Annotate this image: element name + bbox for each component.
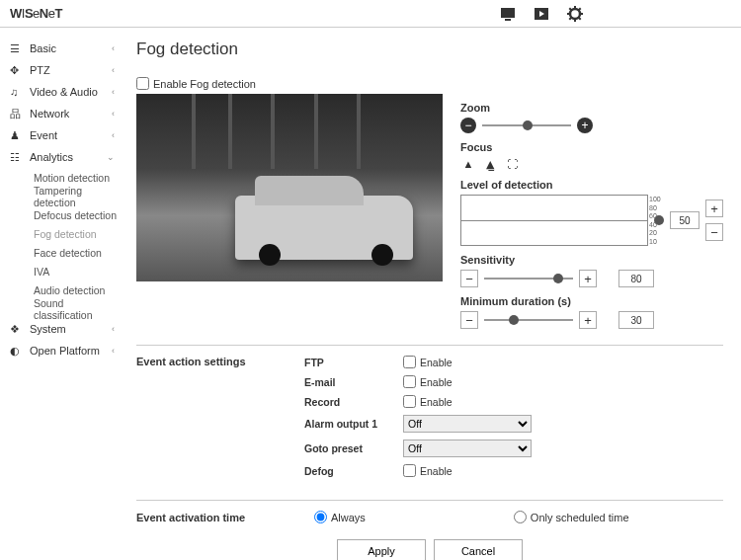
svg-line-10 — [569, 8, 571, 10]
zoom-plus-button[interactable]: + — [577, 118, 593, 133]
defog-enable-checkbox[interactable] — [403, 464, 416, 477]
svg-line-12 — [569, 17, 571, 19]
gear-icon[interactable] — [567, 7, 583, 21]
email-enable-checkbox[interactable] — [403, 375, 416, 388]
chevron-left-icon: ‹ — [112, 87, 115, 97]
sidebar-sub-fog[interactable]: Fog detection — [10, 224, 123, 243]
sidebar: ☰Basic‹ ✥PTZ‹ ♫Video & Audio‹ 品Network‹ … — [0, 28, 123, 560]
sidebar-item-basic[interactable]: ☰Basic‹ — [10, 38, 123, 59]
sidebar-item-ptz[interactable]: ✥PTZ‹ — [10, 59, 123, 81]
chevron-down-icon: ⌄ — [107, 152, 115, 162]
activation-scheduled-label: Only scheduled time — [531, 512, 629, 523]
cancel-button[interactable]: Cancel — [434, 539, 523, 560]
page-title: Fog detection — [136, 40, 723, 59]
sensitivity-minus-button[interactable]: − — [460, 270, 478, 287]
focus-far-icon[interactable]: ▲̲ — [482, 157, 498, 171]
chevron-left-icon: ‹ — [112, 65, 115, 75]
minduration-slider[interactable] — [484, 319, 573, 321]
minduration-value: 30 — [618, 311, 654, 329]
open-platform-icon: ◐ — [10, 345, 24, 358]
sidebar-item-system[interactable]: ❖System‹ — [10, 318, 123, 340]
svg-rect-0 — [501, 8, 515, 18]
chevron-left-icon: ‹ — [112, 43, 115, 53]
video-preview — [136, 94, 443, 281]
minduration-label: Minimum duration (s) — [460, 295, 723, 307]
ftp-label: FTP — [304, 357, 403, 368]
event-icon: ♟ — [10, 129, 24, 142]
level-plus-button[interactable]: + — [705, 200, 723, 217]
sidebar-item-open-platform[interactable]: ◐Open Platform‹ — [10, 340, 123, 361]
enable-fog-label: Enable Fog detection — [153, 78, 256, 90]
level-graph: 1008060402010 — [460, 195, 648, 246]
sensitivity-label: Sensitivity — [460, 254, 723, 266]
monitor-icon[interactable] — [500, 7, 516, 21]
minduration-minus-button[interactable]: − — [460, 311, 478, 329]
svg-line-13 — [579, 8, 581, 10]
system-icon: ❖ — [10, 323, 24, 336]
sidebar-item-video-audio[interactable]: ♫Video & Audio‹ — [10, 81, 123, 103]
activation-always-label: Always — [331, 512, 366, 523]
play-icon[interactable] — [534, 7, 549, 21]
alarm-output-label: Alarm output 1 — [304, 418, 403, 430]
network-icon: 品 — [10, 107, 24, 121]
enable-fog-checkbox[interactable] — [136, 77, 149, 90]
activation-scheduled-radio[interactable] — [514, 511, 527, 523]
ftp-enable-checkbox[interactable] — [403, 356, 416, 368]
zoom-minus-button[interactable]: − — [460, 118, 476, 133]
chevron-left-icon: ‹ — [112, 130, 115, 140]
analytics-icon: ☷ — [10, 151, 24, 164]
focus-label: Focus — [460, 141, 723, 153]
apply-button[interactable]: Apply — [337, 539, 426, 560]
sidebar-item-network[interactable]: 品Network‹ — [10, 103, 123, 124]
sidebar-item-event[interactable]: ♟Event‹ — [10, 124, 123, 146]
level-value: 50 — [670, 211, 700, 229]
sensitivity-slider[interactable] — [484, 278, 573, 280]
email-label: E-mail — [304, 376, 403, 388]
defog-label: Defog — [304, 465, 403, 477]
svg-point-5 — [573, 12, 577, 16]
level-minus-button[interactable]: − — [705, 223, 723, 241]
event-action-section-title: Event action settings — [136, 356, 304, 484]
record-enable-checkbox[interactable] — [403, 395, 416, 408]
list-icon: ☰ — [10, 42, 24, 55]
equalizer-icon: ♫ — [10, 86, 24, 98]
svg-rect-1 — [505, 19, 511, 21]
svg-line-11 — [579, 17, 581, 19]
sensitivity-value: 80 — [618, 270, 654, 287]
focus-near-icon[interactable]: ▲ — [460, 157, 476, 171]
record-label: Record — [304, 396, 403, 408]
goto-preset-select[interactable]: Off — [403, 440, 532, 457]
minduration-plus-button[interactable]: + — [579, 311, 597, 329]
chevron-left-icon: ‹ — [112, 346, 115, 356]
brand-logo: WISeNeT — [10, 6, 62, 21]
zoom-label: Zoom — [460, 102, 723, 114]
activation-always-radio[interactable] — [314, 511, 327, 523]
sidebar-sub-sound[interactable]: Sound classification — [10, 299, 123, 318]
sidebar-sub-iva[interactable]: IVA — [10, 262, 123, 280]
sidebar-sub-defocus[interactable]: Defocus detection — [10, 205, 123, 224]
level-label: Level of detection — [460, 179, 723, 191]
move-icon: ✥ — [10, 64, 24, 77]
alarm-output-select[interactable]: Off — [403, 415, 532, 433]
sidebar-sub-face[interactable]: Face detection — [10, 243, 123, 262]
zoom-slider[interactable] — [482, 124, 571, 126]
sidebar-sub-tampering[interactable]: Tampering detection — [10, 187, 123, 205]
sensitivity-plus-button[interactable]: + — [579, 270, 597, 287]
activation-section-title: Event activation time — [136, 512, 304, 523]
focus-auto-icon[interactable]: ⛶ — [504, 157, 520, 171]
goto-preset-label: Goto preset — [304, 442, 403, 454]
sidebar-item-analytics[interactable]: ☷Analytics⌄ — [10, 146, 123, 168]
chevron-left-icon: ‹ — [112, 109, 115, 119]
chevron-left-icon: ‹ — [112, 324, 115, 334]
